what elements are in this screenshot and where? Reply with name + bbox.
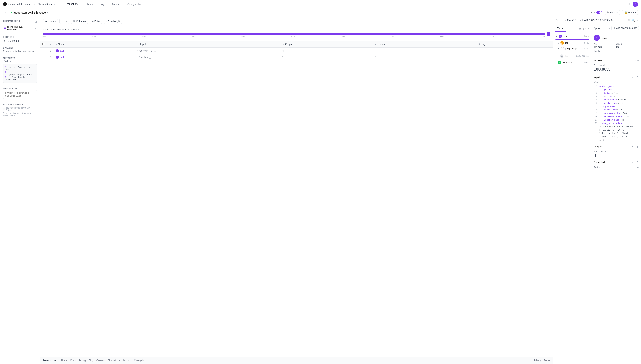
tree-item-cm[interactable]: CM C... 0.36s, 293 tok (553, 53, 591, 59)
back-button[interactable]: ← (3, 10, 9, 15)
trace-action-grid[interactable]: ⊞ (579, 27, 581, 30)
row-height-button[interactable]: ↕ Row height (104, 19, 122, 24)
comparisons-collapse-icon[interactable]: ⊞ (35, 20, 37, 23)
trace-tab-row: Trace ⊞ { } ⤢ ⤡ (553, 25, 591, 34)
private-button[interactable]: 🔒 Private (622, 10, 638, 15)
yaml-format-label[interactable]: YAML (3, 60, 9, 63)
trace-search-icon[interactable]: 🔍 (632, 19, 635, 22)
trace-action-expand[interactable]: ⤢ (585, 27, 587, 30)
tree-item-exactmatch[interactable]: % ExactMatch 0.00s (553, 60, 591, 66)
markdown-chevron: ▾ (605, 150, 606, 152)
offset-label: Offset (616, 43, 639, 46)
comparison-item[interactable]: end-to-end-eval-180dd9e5 ▾ (3, 25, 37, 32)
yaml-format-btn[interactable]: YAML (594, 81, 600, 84)
tree-label-eval: eval (563, 35, 582, 38)
pct-20: 20% (142, 36, 146, 38)
output-collapse-icon[interactable]: ▾ (632, 145, 633, 148)
tree-divider (560, 52, 584, 52)
trace-body: Trace ⊞ { } ⤢ ⤡ ▼ ✦ eval 0.41s (553, 24, 641, 364)
expected-header[interactable]: Expected ▾ ⋮⋮ (591, 159, 641, 165)
footer-discord[interactable]: Discord (123, 359, 131, 362)
list-button[interactable]: ≡ List (59, 19, 70, 24)
filter-button[interactable]: ⊿ Filter (90, 19, 102, 24)
review-button[interactable]: ✎ Review (605, 10, 620, 15)
nav-library[interactable]: Library (84, 2, 95, 6)
nav-logs[interactable]: Logs (98, 2, 107, 6)
user-avatar[interactable]: A (632, 2, 638, 7)
tree-label-cm: C... (565, 55, 574, 58)
scorers-section: Scorers % ExactMatch (3, 36, 37, 42)
trace-tag-icon[interactable]: ⊕ (628, 19, 630, 22)
trace-action-code[interactable]: { } (582, 27, 584, 30)
footer-privacy[interactable]: Privacy (534, 359, 541, 362)
add-span-button[interactable]: ⊕ Add span to dataset (611, 26, 639, 30)
expected-textarea-icon[interactable]: ⊟ (636, 166, 639, 169)
help-icon[interactable]: ? (629, 3, 630, 6)
eval-node-icon: ✦ (558, 34, 562, 38)
scorer-item: % ExactMatch (3, 40, 37, 42)
row-height-icon: ↕ (106, 20, 107, 23)
tree-item-judge[interactable]: ▼ □ judge_step 0.37s (553, 46, 591, 52)
home-icon[interactable]: ⌂ (59, 3, 60, 6)
footer-blog[interactable]: Blog (89, 359, 93, 362)
pct-100: 100% (540, 36, 545, 38)
ln-1: 1 (594, 85, 597, 88)
span-expand-icon[interactable]: ⤢ (608, 27, 611, 30)
footer-terms[interactable]: Terms (544, 359, 550, 362)
input-more-icon[interactable]: ⋮⋮ (634, 76, 639, 78)
trace-action-collapse[interactable]: ⤡ (587, 27, 590, 30)
trace-down-icon[interactable]: ↓ (562, 19, 563, 22)
text-format-btn[interactable]: Text (594, 166, 598, 169)
input-collapse-icon[interactable]: ▾ (632, 76, 633, 78)
tree-item-task[interactable]: ▶ ◯ task 0.40s (553, 40, 591, 46)
dist-bar-area: 0% 10% 20% 30% 40% 50% 60% 70% 80% 90% 1… (43, 33, 545, 38)
scores-grid-icon[interactable]: ⊞ (636, 59, 639, 62)
trace-up-icon[interactable]: ↑ (559, 19, 561, 22)
sidebar: Comparisons ⊞ end-to-end-eval-180dd9e5 ▾… (0, 17, 40, 364)
expected-collapse-icon[interactable]: ▾ (632, 161, 633, 164)
score-color-square[interactable] (546, 32, 550, 36)
pct-0: 0% (43, 36, 46, 38)
nav-monitor[interactable]: Monitor (111, 2, 122, 6)
output-more-icon[interactable]: ⋮⋮ (634, 145, 639, 148)
select-all-checkbox[interactable] (42, 42, 45, 45)
main-layout: Comparisons ⊞ end-to-end-eval-180dd9e5 ▾… (0, 17, 641, 364)
scores-header[interactable]: Scores ▾ ⊞ (591, 58, 641, 63)
pct-30: 30% (191, 36, 196, 38)
user-section: ⚙ sachinpr 06114f0 ID be26f88c-58b2-4cf0… (3, 103, 37, 116)
output-value: N (594, 154, 596, 157)
scores-collapse-icon[interactable]: ▾ (634, 59, 636, 62)
footer-careers[interactable]: Careers (96, 359, 105, 362)
ln-5: 5 (594, 98, 597, 102)
footer-home[interactable]: Home (61, 359, 67, 362)
all-rows-button[interactable]: All rows ▾ (43, 19, 58, 24)
row-output-2: Y (280, 54, 372, 60)
list-icon: ≡ (62, 20, 63, 23)
input-header[interactable]: Input ▾ ⋮⋮ (591, 74, 641, 80)
trace-close-icon[interactable]: ✕ (636, 19, 639, 22)
diff-toggle-switch[interactable] (596, 11, 602, 14)
columns-button[interactable]: ⊞ Columns (71, 19, 88, 24)
span-header-actions: ⤢ ⊕ Add span to dataset (608, 26, 639, 30)
comparisons-label: Comparisons (3, 20, 20, 22)
footer-chat[interactable]: Chat with us (108, 359, 120, 362)
footer-changelog[interactable]: Changelog (134, 359, 145, 362)
output-header[interactable]: Output ▾ ⋮⋮ (591, 144, 641, 150)
span-eval-icon-large: ✦ (594, 35, 600, 41)
footer-docs[interactable]: Docs (71, 359, 76, 362)
table-row[interactable]: 2 ✦ eval {"context_d... Y Y — (40, 54, 553, 60)
markdown-format-btn[interactable]: Markdown (594, 150, 604, 153)
expected-toolbar: Text ▾ ⊟ (591, 165, 641, 170)
expected-more-icon[interactable]: ⋮⋮ (634, 161, 639, 164)
task-node-icon: ◯ (560, 41, 564, 45)
description-input[interactable] (3, 90, 37, 99)
footer-pricing[interactable]: Pricing (79, 359, 86, 362)
score-dist-scorer[interactable]: ExactMatch (65, 28, 77, 31)
trace-refresh-icon[interactable]: ↻ (555, 19, 558, 22)
input-section: Input ▾ ⋮⋮ YAML ▾ 1context_data: (591, 74, 641, 143)
nav-configuration[interactable]: Configuration (126, 2, 144, 6)
nav-evaluations[interactable]: Evaluations (64, 2, 80, 6)
table-row[interactable]: 1 ✦ eval {"context_d... N N — (40, 48, 553, 54)
trace-tab[interactable]: Trace (555, 25, 566, 32)
tree-item-eval[interactable]: ▼ ✦ eval 0.41s (553, 34, 591, 39)
